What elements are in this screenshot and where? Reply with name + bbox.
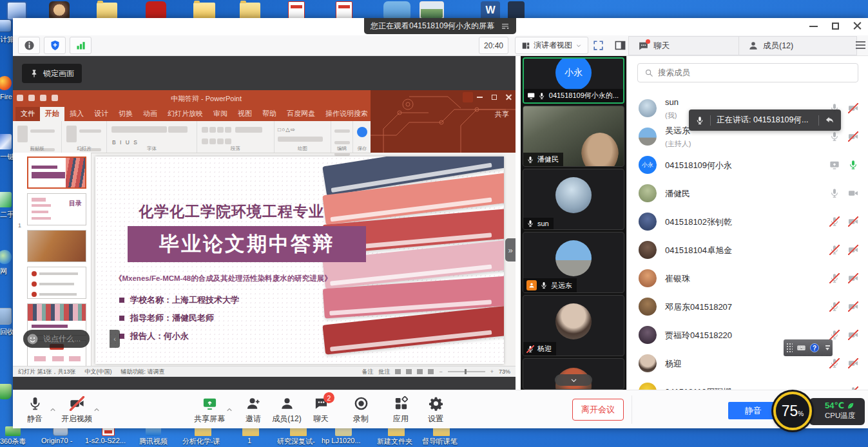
maximize-icon[interactable] (832, 23, 839, 30)
network-quality-button[interactable] (70, 37, 92, 54)
member-search-box[interactable] (637, 63, 858, 82)
member-row[interactable]: 041518113周琚棚 (627, 377, 868, 390)
camera-off-icon[interactable] (848, 103, 858, 113)
ppt-tab-file[interactable]: 文件 (15, 107, 40, 121)
video-tile-wuyuandong[interactable]: 吴远东 (523, 232, 624, 293)
camera-off-icon[interactable] (848, 216, 858, 227)
ppt-tellme-search[interactable]: 操作说明搜索 (320, 107, 373, 121)
network-globe-icon[interactable] (0, 250, 12, 264)
mic-off-icon[interactable] (829, 216, 840, 227)
ppt-tab-view[interactable]: 视图 (233, 107, 257, 121)
recycle-bin-icon[interactable] (0, 308, 12, 325)
tab-members[interactable]: 成员(12) (738, 36, 857, 55)
camera-off-icon[interactable] (848, 301, 858, 312)
member-row[interactable]: 041518104卓旭金 (627, 236, 868, 264)
open-folder-icon[interactable] (193, 3, 215, 19)
picture-file-icon[interactable] (420, 1, 444, 19)
minimize-icon[interactable] (809, 26, 818, 27)
zoom-slider[interactable] (448, 371, 485, 372)
member-row[interactable]: 041518102张钊乾 (627, 207, 868, 236)
view-mode-dropdown[interactable]: 演讲者视图 (515, 37, 588, 54)
camera-off-icon[interactable] (848, 330, 858, 340)
zoom-out-button[interactable]: − (439, 368, 442, 375)
screen-share-icon[interactable] (829, 160, 840, 170)
language-indicator[interactable]: 中文(中国) (85, 368, 112, 376)
slide-sorter-icon[interactable] (406, 369, 412, 374)
camera-off-icon[interactable] (848, 245, 858, 255)
security-button[interactable] (44, 37, 66, 54)
member-row[interactable]: 小永 041518109何小永 (627, 151, 868, 179)
mic-active-icon[interactable] (848, 160, 858, 170)
camera-off-icon[interactable] (848, 273, 858, 283)
help-icon[interactable]: ? (810, 343, 819, 352)
floating-mute-button[interactable]: 静音 (728, 402, 778, 419)
ppt-slide-canvas[interactable]: 化学化工学院环境工程专业 毕业论文期中答辩 《Mxenes/Fe-MCM-48的… (95, 157, 504, 364)
comments-toggle[interactable]: 批注 (378, 368, 390, 376)
ppt-tab-help[interactable]: 帮助 (257, 107, 282, 121)
chat-button[interactable]: 2 聊天 (298, 396, 343, 424)
ppt-tab-home[interactable]: 开始 (40, 107, 64, 121)
slide-thumbnail-3[interactable] (27, 230, 86, 262)
zoom-in-button[interactable]: + (490, 368, 494, 375)
member-search-input[interactable] (658, 68, 838, 77)
firefox-icon[interactable] (0, 76, 12, 90)
video-tile-yangying[interactable]: 杨迎 (523, 295, 624, 356)
onekey-app-icon[interactable] (0, 134, 12, 149)
folder-icon[interactable] (97, 3, 117, 19)
normal-view-icon[interactable] (395, 369, 401, 374)
slide-thumbnail-4[interactable] (27, 267, 86, 299)
member-row[interactable]: 崔银珠 (627, 264, 868, 292)
video-tile-sun[interactable]: sun (523, 169, 624, 230)
quick-chat-collapse-arrow[interactable]: ‹ (110, 330, 120, 348)
fullscreen-icon[interactable] (592, 39, 604, 52)
video-tile-hexiaoyong[interactable]: 小永 041518109何小永的... (523, 57, 624, 104)
notes-toggle[interactable]: 备注 (362, 368, 373, 376)
ppt-tab-netdisk[interactable]: 百度网盘 (282, 107, 320, 121)
ppt-ribbon[interactable]: 剪贴板 幻灯片 B I U S 字体 段落 (13, 121, 371, 153)
panel-collapse-handle[interactable]: » (505, 238, 516, 262)
camera-off-icon[interactable] (848, 358, 858, 368)
mic-icon[interactable] (829, 131, 840, 142)
banner-menu-icon[interactable] (501, 22, 510, 31)
slide-thumbnail-2[interactable]: 目录 (27, 193, 86, 225)
drag-grip[interactable] (786, 343, 793, 353)
mic-off-icon[interactable] (829, 273, 840, 283)
green-app-icon[interactable] (0, 192, 12, 207)
ime-language-bar[interactable]: ? (784, 339, 833, 356)
ppt-tab-animations[interactable]: 动画 (138, 107, 162, 121)
settings-button[interactable]: 设置 (413, 396, 458, 424)
side-panel-toggle-icon[interactable] (614, 39, 626, 52)
accessibility-indicator[interactable]: 辅助功能: 请调查 (121, 368, 165, 376)
mic-off-icon[interactable] (829, 245, 840, 255)
video-tile-partial[interactable] (523, 358, 624, 390)
ppt-tab-slideshow[interactable]: 幻灯片放映 (162, 107, 208, 121)
watching-banner[interactable]: 您正在观看041518109何小永的屏幕 (364, 18, 516, 34)
ppt-tab-review[interactable]: 审阅 (208, 107, 233, 121)
ppt-close-icon[interactable] (506, 94, 512, 100)
ppt-quick-access-toolbar[interactable] (17, 95, 58, 101)
slide-thumbnail-1[interactable] (27, 157, 86, 189)
mic-off-icon[interactable] (829, 358, 840, 368)
my-computer-icon[interactable] (0, 19, 12, 32)
quick-chat-input[interactable]: 说点什么... (23, 330, 90, 348)
reply-arrow-icon[interactable] (825, 115, 834, 125)
mic-off-icon[interactable] (829, 301, 840, 312)
ppt-maximize-icon[interactable] (492, 95, 497, 100)
folder-icon[interactable] (240, 3, 260, 19)
record-button[interactable]: 录制 (338, 396, 383, 424)
lock-screen-button[interactable]: 锁定画面 (22, 64, 82, 83)
cpu-usage-gauge[interactable]: 75 % (773, 392, 812, 430)
mic-off-icon[interactable] (829, 330, 840, 340)
keyboard-icon[interactable] (796, 343, 807, 352)
camera-icon[interactable] (848, 188, 858, 198)
mic-icon[interactable] (829, 188, 840, 198)
panel-menu-icon[interactable] (856, 41, 865, 50)
camera-off-icon[interactable] (848, 131, 858, 142)
ppt-account-avatar[interactable] (463, 92, 473, 102)
leave-meeting-button[interactable]: 离开会议 (572, 399, 624, 421)
meeting-info-button[interactable] (18, 37, 40, 54)
video-tile-panjianmin[interactable]: 潘健民 (523, 106, 624, 167)
video-options-caret[interactable] (93, 404, 101, 412)
member-row[interactable]: 邓居东041518207 (627, 292, 868, 321)
smiley-icon[interactable] (26, 333, 39, 345)
